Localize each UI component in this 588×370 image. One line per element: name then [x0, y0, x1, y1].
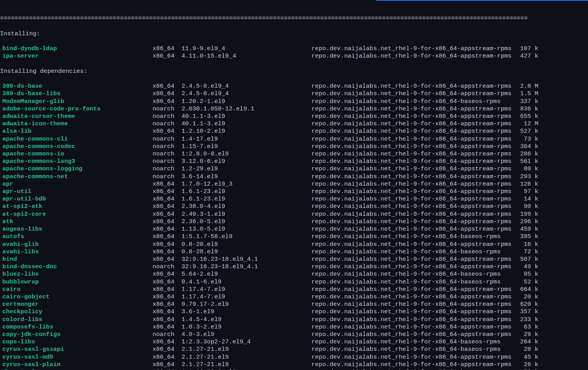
package-name: avahi-libs: [0, 248, 153, 256]
package-name: augeas-libs: [0, 226, 153, 233]
package-name: apache-commons-io: [0, 150, 153, 158]
package-name: cups-libs: [0, 338, 153, 346]
package-version: 1:5.1.7-58.el9: [182, 233, 311, 240]
package-row: dbus-toolsx86_641:1.12.20-8.el9repo.dev.…: [0, 368, 588, 370]
package-repo: repo.dev.naijalabs.net_rhel-9-for-x86_64…: [311, 128, 515, 135]
package-row: bubblewrapx86_640.4.1-6.el9repo.dev.naij…: [0, 278, 588, 286]
package-row: ipa-serverx86_644.11.0-15.el9_4repo.dev.…: [0, 52, 588, 60]
package-row: augeas-libsx86_641.13.0-5.el9repo.dev.na…: [0, 226, 588, 233]
package-size: 14 k: [515, 195, 541, 203]
package-name: at-spi2-core: [0, 211, 153, 218]
package-arch: x86_64: [153, 256, 182, 263]
package-version: 1.0.3-2.el9: [182, 323, 311, 331]
package-name: adwaita-cursor-theme: [0, 113, 153, 120]
package-repo: repo.dev.naijalabs.net_rhel-9-for-x86_64…: [311, 233, 515, 240]
package-row: bind-dnssec-docnoarch32:9.16.23-18.el9_4…: [0, 263, 588, 271]
package-arch: x86_64: [153, 278, 182, 286]
package-repo: repo.dev.naijalabs.net_rhel-9-for-x86_64…: [311, 98, 515, 105]
package-repo: repo.dev.naijalabs.net_rhel-9-for-x86_64…: [311, 203, 515, 210]
package-size: 85 k: [515, 271, 541, 278]
package-row: copy-jdk-configsnoarch4.0-3.el9repo.dev.…: [0, 331, 588, 338]
package-name: apache-commons-lang3: [0, 158, 153, 165]
package-repo: repo.dev.naijalabs.net_rhel-9-for-x86_64…: [311, 218, 515, 226]
package-size: 357 k: [515, 308, 541, 316]
package-repo: repo.dev.naijalabs.net_rhel-9-for-x86_64…: [311, 241, 515, 248]
package-version: 1.15-7.el9: [182, 143, 311, 150]
package-row: cairox86_641.17.4-7.el9repo.dev.naijalab…: [0, 286, 588, 293]
package-size: 337 k: [515, 98, 541, 105]
package-version: 4.11.0-15.el9_4: [182, 52, 311, 60]
package-repo: repo.dev.naijalabs.net_rhel-9-for-x86_64…: [311, 286, 515, 293]
package-version: 1.7.0-12.el9_3: [182, 180, 311, 188]
package-name: cairo-gobject: [0, 293, 153, 301]
package-arch: noarch: [153, 113, 182, 120]
package-row: aprx86_641.7.0-12.el9_3repo.dev.naijalab…: [0, 180, 588, 188]
package-version: 1.17.4-7.el9: [182, 286, 311, 293]
package-size: 45 k: [515, 354, 541, 361]
package-name: bubblewrap: [0, 278, 153, 286]
package-version: 11.9-9.el9_4: [182, 45, 311, 52]
package-arch: x86_64: [153, 323, 182, 331]
section-installing-deps: Installing dependencies:: [0, 68, 588, 75]
package-row: at-spi2-corex86_642.40.3-1.el9repo.dev.n…: [0, 211, 588, 218]
package-repo: repo.dev.naijalabs.net_rhel-9-for-x86_64…: [311, 293, 515, 301]
package-repo: repo.dev.naijalabs.net_rhel-9-for-x86_64…: [311, 226, 515, 233]
package-name: autofs: [0, 233, 153, 240]
package-version: 5.64-2.el9: [182, 271, 311, 278]
package-size: 527 k: [515, 128, 541, 135]
package-row: avahi-glibx86_640.8-20.el9repo.dev.naija…: [0, 241, 588, 248]
package-arch: x86_64: [153, 308, 182, 316]
package-repo: repo.dev.naijalabs.net_rhel-9-for-x86_64…: [311, 278, 515, 286]
package-row: adwaita-cursor-themenoarch40.1.1-3.el9re…: [0, 113, 588, 120]
package-name: 389-ds-base-libs: [0, 90, 153, 97]
package-version: 1.20.2-1.el9: [182, 98, 311, 105]
package-name: apache-commons-net: [0, 173, 153, 180]
package-version: 1.6.1-23.el9: [182, 195, 311, 203]
package-arch: x86_64: [153, 241, 182, 248]
package-arch: x86_64: [153, 248, 182, 256]
package-arch: x86_64: [153, 98, 182, 105]
package-size: 664 k: [515, 286, 541, 293]
package-row: cyrus-sasl-md5x86_642.1.27-21.el9repo.de…: [0, 354, 588, 361]
package-repo: repo.dev.naijalabs.net_rhel-9-for-x86_64…: [311, 195, 515, 203]
package-arch: noarch: [153, 331, 182, 338]
package-name: ModemManager-glib: [0, 98, 153, 105]
package-name: ipa-server: [0, 52, 153, 60]
package-size: 49 k: [515, 263, 541, 271]
package-row: apache-commons-loggingnoarch1.2-29.el9re…: [0, 165, 588, 173]
package-repo: repo.dev.naijalabs.net_rhel-9-for-x86_64…: [311, 158, 515, 165]
terminal-output[interactable]: ========================================…: [0, 0, 588, 370]
package-repo: repo.dev.naijalabs.net_rhel-9-for-x86_64…: [311, 361, 515, 368]
package-arch: noarch: [153, 135, 182, 143]
package-version: 0.79.17-2.el9: [182, 301, 311, 308]
package-size: 28 k: [515, 346, 541, 353]
package-row: adobe-source-code-pro-fontsnoarch2.030.1…: [0, 105, 588, 113]
package-name: apache-commons-cli: [0, 135, 153, 143]
package-version: 2.4.5-8.el9_4: [182, 83, 311, 90]
package-arch: x86_64: [153, 301, 182, 308]
package-row: colord-libsx86_641.4.5-4.el9repo.dev.nai…: [0, 316, 588, 323]
package-size: 80 k: [515, 165, 541, 173]
package-size: 620 k: [515, 301, 541, 308]
package-row: composefs-libsx86_641.0.3-2.el9repo.dev.…: [0, 323, 588, 331]
package-row: apache-commons-lang3noarch3.12.0-6.el9re…: [0, 158, 588, 165]
package-row: apache-commons-codecnoarch1.15-7.el9repo…: [0, 143, 588, 150]
package-name: certmonger: [0, 301, 153, 308]
package-name: adwaita-icon-theme: [0, 120, 153, 128]
package-version: 0.8-20.el9: [182, 241, 311, 248]
package-arch: noarch: [153, 150, 182, 158]
package-version: 1:2.8.0-8.el9: [182, 150, 311, 158]
package-version: 4.0-3.el9: [182, 331, 311, 338]
package-arch: x86_64: [153, 45, 182, 52]
package-version: 32:9.16.23-18.el9_4.1: [182, 263, 311, 271]
package-size: 56 k: [515, 368, 541, 370]
package-row: cups-libsx86_641:2.3.3op2-27.el9_4repo.d…: [0, 338, 588, 346]
package-size: 507 k: [515, 256, 541, 263]
package-size: 2.8 M: [515, 83, 541, 90]
separator-rule: ========================================…: [0, 15, 588, 22]
package-version: 1.2.10-2.el9: [182, 128, 311, 135]
package-name: cyrus-sasl-gssapi: [0, 346, 153, 353]
package-row: bluez-libsx86_645.64-2.el9repo.dev.naija…: [0, 271, 588, 278]
package-version: 0.8-20.el9: [182, 248, 311, 256]
package-row: ModemManager-glibx86_641.20.2-1.el9repo.…: [0, 98, 588, 105]
